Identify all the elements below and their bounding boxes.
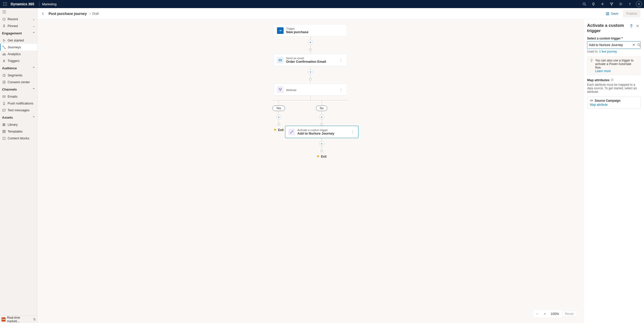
- zoom-reset-button[interactable]: Reset: [562, 311, 576, 317]
- save-button[interactable]: Save: [603, 10, 622, 17]
- field-icon: [590, 99, 593, 102]
- product-name: Marketing: [42, 2, 56, 6]
- search-icon[interactable]: [636, 43, 641, 47]
- filter-icon[interactable]: [607, 0, 616, 8]
- svg-rect-33: [5, 123, 5, 126]
- nav-library[interactable]: Library: [0, 121, 37, 128]
- nav-label: Journeys: [8, 45, 21, 49]
- nav-segments[interactable]: Segments: [0, 72, 37, 79]
- nav-consent-center[interactable]: Consent center: [0, 79, 37, 85]
- chevron-down-icon: ⌄: [32, 24, 35, 28]
- map-attribute-link[interactable]: Map attribute: [590, 103, 638, 106]
- section-channels[interactable]: Channels⌃: [0, 85, 37, 93]
- chevron-up-icon: ⌃: [32, 88, 35, 91]
- chart-icon: [2, 52, 6, 56]
- exit-node: ⚑ Exit: [317, 155, 327, 158]
- nav-templates[interactable]: Templates: [0, 128, 37, 135]
- close-icon[interactable]: [634, 23, 640, 29]
- used-in-link[interactable]: 1 live journey: [599, 50, 617, 53]
- nav-pinned[interactable]: Pinned ⌄: [0, 23, 37, 29]
- nav-text-messages[interactable]: Text messages: [0, 107, 37, 114]
- user-avatar[interactable]: #: [636, 1, 642, 7]
- section-audience[interactable]: Audience⌃: [0, 64, 37, 72]
- consent-icon: [2, 80, 6, 84]
- custom-trigger-icon: [288, 129, 295, 135]
- nav-recent[interactable]: Recent ⌄: [0, 16, 37, 23]
- attribute-card[interactable]: Source Campaign Map attribute: [587, 97, 640, 109]
- clock-icon: [2, 17, 6, 21]
- trigger-input[interactable]: [589, 43, 631, 47]
- nav-content-blocks[interactable]: Content blocks: [0, 135, 37, 142]
- back-icon[interactable]: [41, 12, 45, 16]
- nav-journeys[interactable]: Journeys: [0, 44, 37, 51]
- svg-rect-31: [3, 123, 4, 126]
- tip-link[interactable]: Learn more: [595, 69, 611, 73]
- svg-point-51: [638, 44, 640, 46]
- zoom-in-icon[interactable]: +: [542, 311, 548, 316]
- node-title: Order Confirmation Email: [286, 60, 326, 63]
- page-title: Post purchase journey: [49, 12, 87, 16]
- more-icon[interactable]: ⋮: [338, 58, 344, 62]
- clear-icon[interactable]: ✕: [631, 43, 636, 47]
- nav-analytics[interactable]: Analytics: [0, 51, 37, 57]
- add-node-button[interactable]: +: [319, 115, 324, 120]
- trigger-lookup[interactable]: ✕: [587, 41, 640, 49]
- app-bar: Dynamics 365 Marketing #: [0, 0, 644, 8]
- node-caption: Attribute: [286, 89, 296, 92]
- node-email[interactable]: Send an email Order Confirmation Email ⋮: [274, 54, 347, 66]
- nav-label: Triggers: [8, 59, 19, 63]
- svg-rect-34: [3, 130, 6, 131]
- nav-get-started[interactable]: Get started: [0, 37, 37, 44]
- nav-collapse-icon[interactable]: [0, 8, 37, 16]
- node-title: New purchase: [286, 30, 308, 34]
- svg-rect-28: [3, 96, 6, 97]
- canvas[interactable]: Trigger New purchase + Send an email: [37, 19, 583, 323]
- add-node-button[interactable]: +: [308, 40, 313, 45]
- nav-emails[interactable]: Emails: [0, 93, 37, 100]
- more-icon[interactable]: ⋮: [350, 130, 355, 134]
- svg-line-52: [639, 46, 640, 46]
- nav-push[interactable]: Push notifications: [0, 100, 37, 107]
- branch-yes[interactable]: Yes: [272, 105, 285, 111]
- settings-icon[interactable]: [616, 0, 625, 8]
- save-label: Save: [611, 12, 618, 15]
- node-trigger[interactable]: Trigger New purchase: [274, 24, 347, 37]
- connector-endpoint: [320, 123, 323, 126]
- node-caption: Trigger: [286, 27, 308, 30]
- journey-icon: [2, 45, 6, 49]
- area-switcher[interactable]: RM Real-time marketi... ⇅: [0, 315, 37, 323]
- info-icon[interactable]: [611, 78, 614, 81]
- publish-button: Publish: [623, 10, 640, 17]
- delete-icon[interactable]: [628, 23, 634, 29]
- search-icon[interactable]: [580, 0, 589, 8]
- zoom-control: − + 100% Reset: [533, 309, 578, 318]
- play-icon: [2, 38, 6, 42]
- panel-title: Activate a custom trigger: [587, 23, 628, 34]
- idea-icon[interactable]: [589, 0, 598, 8]
- field-label: Select a custom trigger *: [587, 37, 640, 40]
- svg-point-9: [583, 3, 585, 5]
- section-title: Channels: [2, 88, 17, 91]
- add-icon[interactable]: [598, 0, 607, 8]
- add-node-button[interactable]: +: [308, 69, 313, 74]
- svg-rect-6: [3, 5, 4, 6]
- side-nav: Recent ⌄ Pinned ⌄ Engagement ⌃ Get start…: [0, 8, 37, 323]
- help-icon[interactable]: [625, 0, 634, 8]
- nav-triggers[interactable]: Triggers: [0, 57, 37, 64]
- nav-label: Segments: [8, 73, 23, 77]
- flag-icon: ⚑: [317, 155, 319, 158]
- section-assets[interactable]: Assets⌃: [0, 114, 37, 121]
- add-node-button[interactable]: +: [319, 141, 324, 146]
- more-icon[interactable]: ⋮: [338, 88, 344, 92]
- app-launcher-icon[interactable]: [2, 1, 8, 7]
- segments-icon: [2, 73, 6, 77]
- svg-point-30: [4, 104, 4, 104]
- node-custom-trigger[interactable]: Activate a custom trigger Add to Nurture…: [285, 126, 358, 138]
- svg-rect-0: [3, 2, 4, 3]
- add-node-button[interactable]: +: [276, 115, 281, 120]
- svg-point-14: [620, 4, 621, 5]
- node-attribute[interactable]: Attribute ⋮: [274, 83, 347, 96]
- section-engagement[interactable]: Engagement ⌃: [0, 29, 37, 37]
- zoom-out-icon[interactable]: −: [534, 311, 540, 316]
- branch-no[interactable]: No: [316, 105, 327, 111]
